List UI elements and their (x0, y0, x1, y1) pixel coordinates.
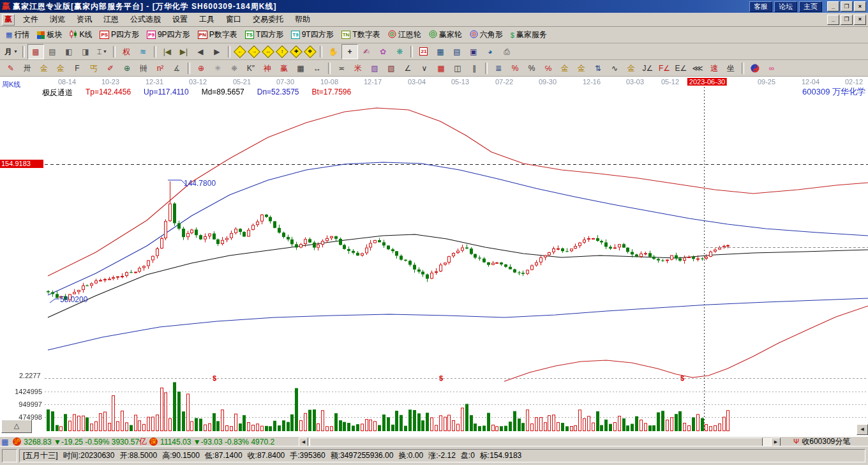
crosshair-cursor-icon[interactable]: + (341, 44, 358, 59)
angle-rays-icon[interactable]: ∠ (400, 61, 416, 76)
spin-wheel-icon[interactable]: ⊕ (193, 61, 209, 76)
volume-pane-toggle-button[interactable]: △ (1, 420, 32, 433)
red-grid-icon[interactable]: ▦ (433, 61, 449, 76)
gold-fence-icon[interactable]: 金 (36, 61, 52, 76)
zoom-in-x-diamond[interactable]: → (248, 45, 260, 58)
child-restore-button[interactable]: ❐ (841, 15, 853, 25)
scrollbar-track[interactable] (308, 438, 771, 446)
chart-globe-icon[interactable]: ◕ (482, 44, 498, 59)
fence-dense-icon[interactable]: 卌 (135, 61, 152, 76)
child-close-button[interactable]: × (854, 15, 866, 25)
menu-tools[interactable]: 工具 (193, 13, 220, 26)
full-chart-diamond[interactable]: ❖ (304, 45, 317, 58)
gold-fence-2-icon[interactable]: 金 (52, 61, 69, 76)
menu-window[interactable]: 窗口 (220, 13, 247, 26)
p-square-button[interactable]: PSP四方形 (96, 28, 142, 42)
save-disk-icon[interactable]: ▣ (465, 44, 482, 59)
close-button[interactable]: × (854, 1, 866, 11)
restore-button[interactable]: ❐ (841, 1, 853, 11)
gold-circle-icon[interactable]: 金 (557, 61, 573, 76)
shen-icon[interactable]: 神 (259, 61, 276, 76)
kline-chart-canvas[interactable] (0, 77, 868, 436)
grid-123-icon[interactable]: ▦ (292, 61, 309, 76)
shanghai-index-icon[interactable]: 沪 (13, 438, 21, 446)
width-arrows-icon[interactable]: ↔ (309, 61, 326, 76)
gann-wheel-button[interactable]: 江恩轮 (385, 28, 424, 42)
pane-nav-button[interactable]: ◀ (857, 424, 868, 435)
period-month-dropdown[interactable]: 月▼ (3, 44, 20, 59)
home-page-button[interactable]: 主页 (799, 1, 822, 12)
red-pct-line-icon[interactable]: ℅ (540, 61, 557, 76)
prev-screen-icon[interactable]: ◀ (192, 44, 209, 59)
menu-help[interactable]: 帮助 (289, 13, 316, 26)
brush-icon[interactable]: ✐ (102, 61, 119, 76)
grid-star-icon[interactable]: ❈ (226, 61, 243, 76)
draw-pen-icon[interactable]: ✎ (3, 61, 19, 76)
notes-icon[interactable]: ▤ (449, 44, 465, 59)
pan-hand-icon[interactable]: ✋ (325, 44, 341, 59)
pct-tower-icon[interactable]: % (507, 61, 523, 76)
winner-wheel-button[interactable]: 赢家轮 (426, 28, 465, 42)
rays-icon[interactable]: 米 (350, 61, 366, 76)
win-icon[interactable]: 赢 (276, 61, 292, 76)
zoom-select-icon[interactable]: ✍ (358, 44, 375, 59)
winner-service-button[interactable]: $赢家服务 (507, 28, 550, 42)
small-multi-8-icon[interactable]: ◨ (77, 44, 94, 59)
hexagon-button[interactable]: 六角形 (467, 28, 506, 42)
menu-browse[interactable]: 浏览 (44, 13, 71, 26)
info-panel-icon[interactable]: ▤ (44, 44, 61, 59)
first-screen-icon[interactable]: |◀ (159, 44, 176, 59)
trend-speed-icon[interactable]: 速 (706, 61, 722, 76)
flower-mark-icon[interactable]: ✿ (375, 44, 391, 59)
sector-blocks-button[interactable]: 板块 (34, 28, 65, 42)
market-quotes-button[interactable]: ▦行情 (3, 28, 33, 42)
menu-file[interactable]: 文件 (17, 13, 44, 26)
nine-t-square-button[interactable]: T99T四方形 (288, 28, 336, 42)
last-screen-icon[interactable]: ▶| (176, 44, 192, 59)
forum-button[interactable]: 论坛 (774, 1, 797, 12)
f-line-icon[interactable]: F∠ (656, 61, 673, 76)
k-quote-icon[interactable]: K″ (243, 61, 259, 76)
calculator-icon[interactable]: ▦ (432, 44, 449, 59)
p-number-table-button[interactable]: PNP数字表 (195, 28, 241, 42)
angle-a-icon[interactable]: ∡ (168, 61, 185, 76)
small-multi-3-icon[interactable]: ◧ (61, 44, 77, 59)
check-lines-icon[interactable]: ∨ (416, 61, 433, 76)
fit-height-diamond[interactable]: ↕ (276, 45, 288, 58)
kline-button[interactable]: K线 (66, 28, 95, 42)
minimize-button[interactable]: _ (827, 1, 839, 11)
menu-trade-order[interactable]: 交易委托 (247, 13, 289, 26)
menu-formula-stock-pick[interactable]: 公式选股 (124, 13, 167, 26)
star-wheel-icon[interactable]: ✳ (209, 61, 226, 76)
nine-p-square-button[interactable]: P99P四方形 (144, 28, 193, 42)
n-square-icon[interactable]: n² (152, 61, 168, 76)
shade-box-icon[interactable]: ▨ (366, 61, 383, 76)
updown-icon[interactable]: ⇅ (590, 61, 606, 76)
speed-line-icon[interactable]: ⋘ (689, 61, 706, 76)
percent-icon[interactable]: % (523, 61, 540, 76)
compressed-kline-icon[interactable]: ▩ (27, 44, 44, 59)
fit-width-diamond[interactable]: ↔ (262, 45, 274, 58)
dark-grid-icon[interactable]: ◫ (449, 61, 466, 76)
calendar-21-icon[interactable]: 21 (415, 44, 432, 59)
t-number-table-button[interactable]: TNT数字表 (338, 28, 384, 42)
colorful-kline-icon[interactable]: ≋ (135, 44, 151, 59)
wave-ruler-icon[interactable]: ∿ (606, 61, 623, 76)
print-icon[interactable]: ⎙ (498, 44, 515, 59)
axis-coord-icon[interactable]: 坐 (722, 61, 739, 76)
menu-settings[interactable]: 设置 (167, 13, 193, 26)
e-line-icon[interactable]: E∠ (673, 61, 689, 76)
gold-level-icon[interactable]: 金 (573, 61, 590, 76)
scrollbar-thumb[interactable] (310, 438, 763, 446)
pillar-icon[interactable]: ≍ (333, 61, 350, 76)
chart-horizontal-scrollbar[interactable]: ◀ ▶ (299, 438, 781, 446)
scroll-right-button[interactable]: ▶ (771, 438, 781, 446)
zoom-out-x-diamond[interactable]: ← (234, 45, 246, 58)
gann-fence-icon[interactable]: 卅 (19, 61, 36, 76)
stats-column-icon[interactable]: ≣ (490, 61, 507, 76)
dark-box-icon[interactable]: ▧ (383, 61, 400, 76)
minute-table-icon[interactable]: ▦ (1, 438, 8, 446)
gold-trend-icon[interactable]: 金 (623, 61, 640, 76)
pattern-brain-icon[interactable]: ❋ (391, 44, 408, 59)
j-line-icon[interactable]: J∠ (640, 61, 656, 76)
